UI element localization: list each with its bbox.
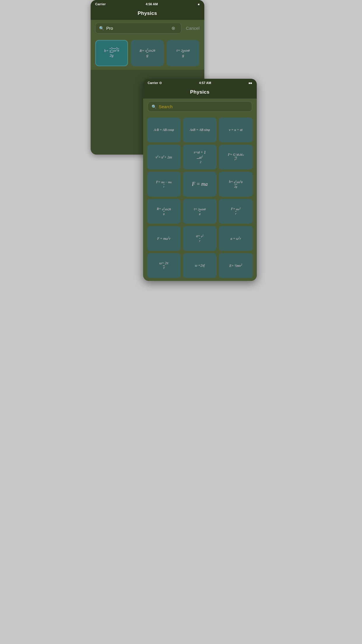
search-area-2[interactable]: 🔍 Search	[143, 99, 257, 115]
formula-omega-T[interactable]: ω= 2πT	[147, 253, 181, 278]
formula-grid-1: h= u2sin2θ 2g R= u2sin2θ g t= 2usinθ g	[91, 36, 204, 70]
cancel-button-1[interactable]: Cancel	[186, 26, 200, 31]
carrier-1: Carrier	[95, 2, 106, 6]
phone2-screen: Carrier ⊙ 4:57 AM ■■ Physics 🔍 Search A·…	[143, 79, 257, 281]
battery-1: ■	[198, 3, 199, 6]
clear-icon-1[interactable]: ⊗	[171, 25, 175, 31]
formula-centripetal-a[interactable]: a= v2r	[183, 226, 217, 251]
status-bar-2: Carrier ⊙ 4:57 AM ■■	[143, 79, 257, 87]
formula-text-t-1: t= 2usinθ g	[177, 48, 190, 58]
formula-grid-2: A·B = AB cosφ AxB = AB sinφ v = u + at v…	[143, 115, 257, 281]
formula-card-R-1[interactable]: R= u2sin2θ g	[131, 40, 164, 66]
search-area-1[interactable]: 🔍 Pro ⊗ Cancel	[91, 20, 204, 36]
formula-range[interactable]: R= u2sin2θg	[147, 199, 181, 224]
formula-v2-u2[interactable]: v2= u2+ 2as	[147, 145, 181, 169]
search-box-2[interactable]: 🔍 Search	[148, 102, 252, 112]
formula-text-R-1: R= u2sin2θ g	[140, 48, 155, 58]
status-bar-1: Carrier 4:56 AM ■	[91, 0, 204, 8]
formula-text-h-1: h= u2sin2θ 2g	[104, 48, 119, 58]
formula-angular-a[interactable]: a = ω2r	[219, 226, 252, 251]
battery-2: ■■	[248, 81, 252, 85]
search-placeholder-2[interactable]: Search	[159, 104, 173, 109]
nav-title-2: Physics	[143, 87, 257, 99]
time-1: 4:56 AM	[146, 2, 158, 6]
formula-v-u-at[interactable]: v = u + at	[219, 118, 252, 142]
formula-h-max[interactable]: h= u2sin2θ2g	[219, 172, 252, 197]
search-input-1[interactable]: Pro	[106, 26, 171, 31]
formula-newton2[interactable]: F = ma	[183, 172, 217, 197]
formula-gravity[interactable]: F= G M₁M₂r2	[219, 145, 252, 169]
formula-centripetal-f[interactable]: F= mv2r	[219, 199, 252, 224]
formula-cross-product[interactable]: AxB = AB sinφ	[183, 118, 217, 142]
formula-kinetic-energy[interactable]: E= ½mv2	[219, 253, 252, 278]
search-box-1[interactable]: 🔍 Pro ⊗	[95, 23, 181, 34]
formula-dot-product[interactable]: A·B = AB cosφ	[147, 118, 181, 142]
search-icon-2: 🔍	[152, 104, 157, 109]
search-icon-1: 🔍	[99, 26, 104, 31]
formula-card-t-1[interactable]: t= 2usinθ g	[167, 40, 200, 66]
formula-s-ut[interactable]: s=ut + 1at2 2	[183, 145, 217, 169]
carrier-2: Carrier ⊙	[148, 81, 162, 85]
formula-omega-f[interactable]: ω =2πf	[183, 253, 217, 278]
formula-centripetal-f2[interactable]: F = mω2r	[147, 226, 181, 251]
formula-impulse[interactable]: F= mv − mut	[147, 172, 181, 197]
formula-time-flight[interactable]: t= 2usinθg	[183, 199, 217, 224]
time-2: 4:57 AM	[199, 81, 211, 85]
nav-title-1: Physics	[91, 8, 204, 20]
formula-card-h-1[interactable]: h= u2sin2θ 2g	[95, 40, 128, 66]
